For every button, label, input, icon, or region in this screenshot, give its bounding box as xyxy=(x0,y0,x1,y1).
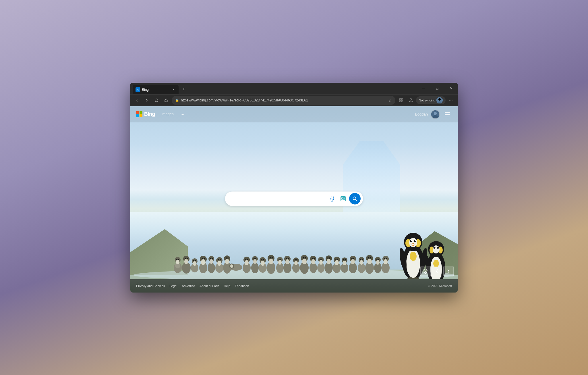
svg-rect-174 xyxy=(341,196,345,201)
svg-point-93 xyxy=(312,258,313,259)
svg-point-54 xyxy=(247,259,248,260)
footer-legal[interactable]: Legal xyxy=(169,284,177,288)
svg-point-72 xyxy=(278,260,282,265)
bing-avatar[interactable] xyxy=(431,110,440,119)
svg-point-69 xyxy=(272,257,273,258)
window-controls: — □ ✕ xyxy=(417,83,458,94)
home-button[interactable] xyxy=(162,96,171,105)
footer-privacy[interactable]: Privacy and Cookies xyxy=(136,284,165,288)
bing-menu-button[interactable] xyxy=(443,110,452,119)
svg-point-63 xyxy=(261,259,262,260)
close-button[interactable]: ✕ xyxy=(444,83,458,94)
svg-point-108 xyxy=(335,259,336,260)
ms-logo-yellow xyxy=(140,114,142,117)
back-button[interactable] xyxy=(133,96,141,105)
svg-point-30 xyxy=(202,258,203,259)
svg-point-49 xyxy=(230,264,233,268)
profile-button[interactable] xyxy=(406,96,415,105)
svg-point-119 xyxy=(353,258,354,259)
svg-point-16 xyxy=(178,259,179,260)
bing-nav-images[interactable]: Images xyxy=(161,111,174,118)
search-input[interactable] xyxy=(230,196,326,201)
bing-footer: Privacy and Cookies Legal Advertise Abou… xyxy=(130,279,458,293)
ms-logo-blue xyxy=(136,114,139,117)
svg-rect-171 xyxy=(331,196,333,199)
svg-point-8 xyxy=(438,98,441,101)
svg-point-132 xyxy=(376,260,380,265)
svg-point-181 xyxy=(425,270,426,271)
refresh-button[interactable] xyxy=(152,96,161,105)
bing-user-area: Bogdan xyxy=(415,110,452,119)
footer-feedback[interactable]: Feedback xyxy=(235,284,249,288)
svg-point-123 xyxy=(360,259,361,260)
minimize-button[interactable]: — xyxy=(417,83,430,94)
sync-button[interactable]: Not syncing xyxy=(416,96,446,104)
next-image-button[interactable] xyxy=(443,266,454,276)
settings-button[interactable]: ··· xyxy=(446,96,455,105)
svg-point-15 xyxy=(176,259,177,260)
collections-button[interactable] xyxy=(396,96,406,105)
bing-nav-more[interactable]: ··· xyxy=(179,111,186,118)
svg-point-68 xyxy=(270,257,271,258)
bing-nav-links: Images ··· xyxy=(161,111,415,118)
svg-rect-3 xyxy=(401,99,403,100)
svg-rect-170 xyxy=(445,116,450,116)
svg-point-92 xyxy=(311,259,315,264)
search-button[interactable] xyxy=(349,193,361,204)
svg-point-77 xyxy=(285,259,289,264)
svg-point-112 xyxy=(343,261,346,265)
svg-point-58 xyxy=(254,258,255,259)
title-bar: b Bing ✕ + — □ ✕ xyxy=(130,83,458,94)
visual-search-button[interactable] xyxy=(338,194,348,203)
forward-button[interactable] xyxy=(142,96,151,105)
svg-rect-175 xyxy=(342,197,343,198)
profile-avatar-small xyxy=(436,97,443,103)
ms-logo-green xyxy=(140,111,142,114)
svg-point-117 xyxy=(351,259,355,264)
bing-navbar: Bing Images ··· Bogdan xyxy=(130,106,458,122)
svg-point-163 xyxy=(437,247,439,249)
active-tab[interactable]: b Bing ✕ xyxy=(133,85,179,94)
svg-point-138 xyxy=(384,258,385,259)
tab-close-button[interactable]: ✕ xyxy=(171,87,176,92)
image-location-button[interactable] xyxy=(420,266,431,276)
bing-logo: Bing xyxy=(136,111,155,118)
search-container xyxy=(225,191,363,206)
svg-point-104 xyxy=(329,257,330,259)
footer-advertise[interactable]: Advertise xyxy=(182,284,195,288)
svg-rect-168 xyxy=(445,112,450,113)
svg-point-40 xyxy=(218,259,219,260)
svg-point-79 xyxy=(288,258,289,259)
svg-point-29 xyxy=(201,259,206,265)
bing-wordmark: Bing xyxy=(144,111,155,117)
svg-point-127 xyxy=(367,259,372,264)
microphone-button[interactable] xyxy=(327,194,337,203)
svg-rect-178 xyxy=(343,199,345,200)
address-bar[interactable]: 🔒 https://www.bing.com/?toWww=1&redig=C0… xyxy=(172,96,395,105)
favorite-icon[interactable]: ☆ xyxy=(388,98,392,103)
search-box[interactable] xyxy=(225,191,363,206)
svg-point-83 xyxy=(295,259,296,260)
tab-area: b Bing ✕ + xyxy=(133,84,455,93)
svg-point-35 xyxy=(210,258,211,259)
footer-copyright: © 2020 Microsoft xyxy=(428,284,452,288)
svg-point-14 xyxy=(176,260,179,264)
svg-point-57 xyxy=(253,259,257,264)
svg-point-6 xyxy=(410,99,412,100)
svg-point-122 xyxy=(360,260,363,265)
svg-point-149 xyxy=(411,240,412,241)
svg-point-139 xyxy=(386,258,387,259)
svg-point-46 xyxy=(227,257,229,259)
svg-point-142 xyxy=(410,252,417,261)
previous-image-button[interactable] xyxy=(432,266,442,276)
svg-point-89 xyxy=(305,257,306,258)
new-tab-button[interactable]: + xyxy=(180,85,188,93)
maximize-button[interactable]: □ xyxy=(431,83,444,94)
svg-point-34 xyxy=(210,259,213,264)
footer-help[interactable]: Help xyxy=(224,284,231,288)
svg-point-87 xyxy=(302,259,307,264)
svg-point-45 xyxy=(226,257,227,259)
footer-about-ads[interactable]: About our ads xyxy=(200,284,219,288)
svg-point-25 xyxy=(193,260,194,261)
svg-point-150 xyxy=(415,240,416,241)
